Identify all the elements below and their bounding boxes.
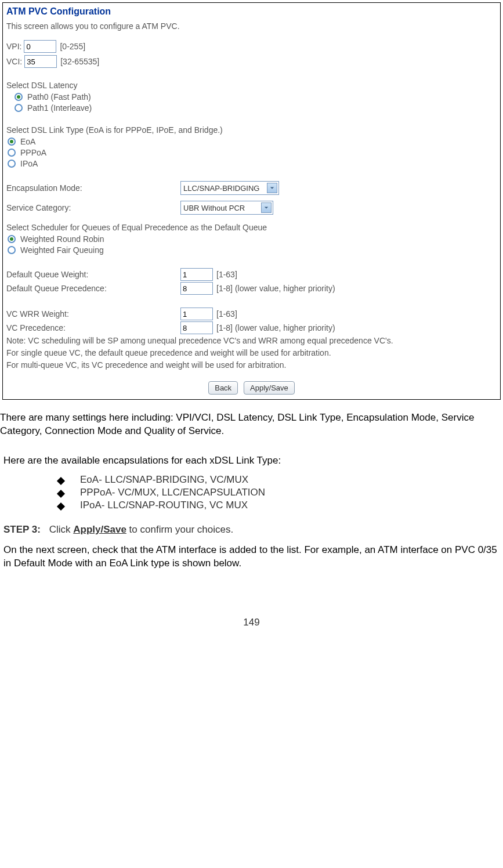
chevron-down-icon xyxy=(261,202,272,213)
step-label: STEP 3: xyxy=(3,524,41,535)
bullet-pppoa-text: PPPoA- VC/MUX, LLC/ENCAPSULATION xyxy=(80,487,265,498)
linktype-ipoa-row[interactable]: IPoA xyxy=(8,159,497,168)
vci-hint: [32-65535] xyxy=(60,57,99,66)
button-bar: Back Apply/Save xyxy=(6,381,497,395)
linktype-eoa-label: EoA xyxy=(20,137,35,146)
bullet-eoa-text: EoA- LLC/SNAP-BRIDGING, VC/MUX xyxy=(80,474,248,486)
step-apply-save: Apply/Save xyxy=(73,524,126,535)
chevron-down-icon xyxy=(267,183,277,193)
encap-select[interactable]: LLC/SNAP-BRIDGING xyxy=(180,181,279,195)
doc-para-encaps: Here are the available encapsulations fo… xyxy=(3,454,500,468)
vcw-label: VC WRR Weight: xyxy=(6,309,180,319)
radio-icon xyxy=(8,160,16,168)
vpi-input[interactable] xyxy=(24,40,56,53)
dqw-input[interactable] xyxy=(180,268,213,281)
vci-input[interactable] xyxy=(24,55,57,68)
linktype-pppoa-label: PPPoA xyxy=(20,148,46,157)
latency-path0-label: Path0 (Fast Path) xyxy=(27,92,91,102)
sched-wfq-row[interactable]: Weighted Fair Queuing xyxy=(8,245,497,255)
vpi-label: VPI: xyxy=(6,42,21,51)
encap-label: Encapsulation Mode: xyxy=(6,183,180,193)
diamond-bullet-icon xyxy=(57,490,65,498)
latency-path1-label: Path1 (Interleave) xyxy=(27,103,92,113)
step-pre: Click xyxy=(49,524,74,535)
atm-pvc-config-panel: ATM PVC Configuration This screen allows… xyxy=(2,2,501,400)
sched-section-label: Select Scheduler for Queues of Equal Pre… xyxy=(6,223,497,232)
radio-icon xyxy=(8,138,16,146)
radio-icon xyxy=(15,93,23,101)
latency-path0-row[interactable]: Path0 (Fast Path) xyxy=(15,92,497,102)
note-line-3: For multi-queue VC, its VC precedence an… xyxy=(6,360,497,371)
vcp-label: VC Precedence: xyxy=(6,323,180,332)
panel-description: This screen allows you to configure a AT… xyxy=(6,21,497,31)
vpi-hint: [0-255] xyxy=(60,42,85,51)
bullet-ipoa-text: IPoA- LLC/SNAP-ROUTING, VC MUX xyxy=(80,500,248,511)
diamond-bullet-icon xyxy=(57,502,65,511)
apply-save-button[interactable]: Apply/Save xyxy=(244,381,295,395)
panel-title: ATM PVC Configuration xyxy=(6,6,497,17)
radio-icon xyxy=(8,235,16,243)
vcp-input[interactable] xyxy=(180,321,213,334)
servcat-label: Service Category: xyxy=(6,203,180,212)
encap-value: LLC/SNAP-BRIDGING xyxy=(183,184,259,193)
dqp-input[interactable] xyxy=(180,282,213,295)
bullet-ipoa: IPoA- LLC/SNAP-ROUTING, VC MUX xyxy=(58,500,503,511)
dqp-label: Default Queue Precedence: xyxy=(6,284,180,293)
servcat-value: UBR Without PCR xyxy=(183,204,245,212)
linktype-pppoa-row[interactable]: PPPoA xyxy=(8,148,497,157)
linktype-ipoa-label: IPoA xyxy=(20,159,38,168)
page-number: 149 xyxy=(0,617,503,628)
sched-wfq-label: Weighted Fair Queuing xyxy=(20,245,104,255)
dqw-hint: [1-63] xyxy=(216,270,237,279)
step-post: to confirm your choices. xyxy=(126,524,233,535)
dqw-label: Default Queue Weight: xyxy=(6,270,180,279)
step-3-line: STEP 3: Click Apply/Save to confirm your… xyxy=(3,524,500,536)
vcw-input[interactable] xyxy=(180,308,213,320)
vci-row: VCI: [32-65535] xyxy=(6,55,497,68)
note-line-2: For single queue VC, the default queue p… xyxy=(6,348,497,359)
encap-bullet-list: EoA- LLC/SNAP-BRIDGING, VC/MUX PPPoA- VC… xyxy=(58,474,503,511)
latency-section-label: Select DSL Latency xyxy=(6,81,497,90)
diamond-bullet-icon xyxy=(57,477,65,485)
dqp-hint: [1-8] (lower value, higher priority) xyxy=(216,284,335,293)
vcp-hint: [1-8] (lower value, higher priority) xyxy=(216,323,335,332)
back-button[interactable]: Back xyxy=(208,381,238,395)
sched-wrr-row[interactable]: Weighted Round Robin xyxy=(8,234,497,244)
linktype-eoa-row[interactable]: EoA xyxy=(8,137,497,146)
bullet-eoa: EoA- LLC/SNAP-BRIDGING, VC/MUX xyxy=(58,474,503,486)
sched-wrr-label: Weighted Round Robin xyxy=(20,234,104,244)
vci-label: VCI: xyxy=(6,57,22,66)
servcat-select[interactable]: UBR Without PCR xyxy=(180,201,273,215)
latency-path1-row[interactable]: Path1 (Interleave) xyxy=(15,103,497,113)
vpi-row: VPI: [0-255] xyxy=(6,40,497,53)
doc-para-settings: There are many settings here including: … xyxy=(0,411,503,438)
radio-icon xyxy=(15,104,23,112)
note-line-1: Note: VC scheduling will be SP among une… xyxy=(6,335,497,346)
bullet-pppoa: PPPoA- VC/MUX, LLC/ENCAPSULATION xyxy=(58,487,503,498)
radio-icon xyxy=(8,149,16,157)
doc-para-next-screen: On the next screen, check that the ATM i… xyxy=(3,544,500,570)
radio-icon xyxy=(8,246,16,254)
vcw-hint: [1-63] xyxy=(216,309,237,319)
linktype-section-label: Select DSL Link Type (EoA is for PPPoE, … xyxy=(6,125,497,135)
